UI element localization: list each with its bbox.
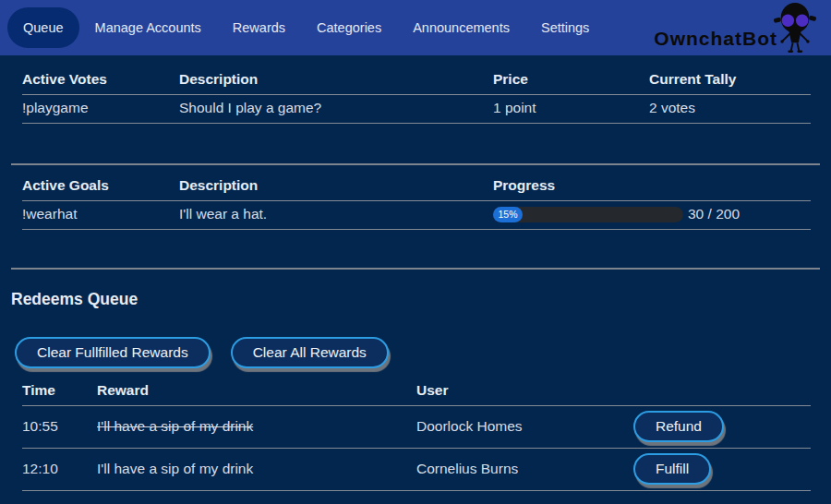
goals-header-description: Description <box>179 174 493 201</box>
vote-command: !playgame <box>22 95 179 124</box>
votes-header-description: Description <box>179 67 493 95</box>
redeem-action-cell: Fulfill <box>633 449 811 491</box>
top-navbar: Queue Manage Accounts Rewards Categories… <box>0 0 831 55</box>
votes-header-command: Active Votes <box>22 67 179 95</box>
goal-progress: 15% 30 / 200 <box>493 206 811 222</box>
redeem-user: Cornelius Burns <box>416 449 633 491</box>
redeem-user: Doorlock Homes <box>416 406 633 449</box>
redeems-header-row: Time Reward User <box>22 378 811 406</box>
progress-percent-badge: 15% <box>498 209 517 220</box>
goal-description: I'll wear a hat. <box>179 201 493 230</box>
queue-page: Active Votes Description Price Current T… <box>0 67 831 491</box>
redeem-time: 10:55 <box>22 406 97 449</box>
vote-row: !playgame Should I play a game? 1 point … <box>22 95 811 124</box>
redeems-header-time: Time <box>22 378 97 406</box>
votes-header-tally: Current Tally <box>649 67 811 95</box>
nav-tabs: Queue Manage Accounts Rewards Categories… <box>7 7 605 48</box>
progress-bar-fill: 15% <box>493 207 523 222</box>
redeem-reward: I'll have a sip of my drink <box>97 406 416 449</box>
votes-header-row: Active Votes Description Price Current T… <box>22 67 811 95</box>
tab-settings[interactable]: Settings <box>525 7 605 48</box>
vote-price: 1 point <box>493 95 649 124</box>
votes-header-price: Price <box>493 67 649 95</box>
redeems-header-user: User <box>416 378 633 406</box>
tab-categories[interactable]: Categories <box>301 7 397 48</box>
section-divider <box>11 163 820 165</box>
section-divider <box>11 268 820 270</box>
vote-tally: 2 votes <box>649 95 811 124</box>
redeem-reward: I'll have a sip of my drink <box>97 449 416 491</box>
tab-rewards[interactable]: Rewards <box>217 7 301 48</box>
clear-fulfilled-rewards-button[interactable]: Clear Fullfilled Rewards <box>15 337 211 368</box>
fulfill-button[interactable]: Fulfill <box>633 453 711 485</box>
refund-button[interactable]: Refund <box>633 411 724 442</box>
redeem-row: 10:55 I'll have a sip of my drink Doorlo… <box>22 406 811 449</box>
tab-announcements[interactable]: Announcements <box>397 7 525 48</box>
goal-row: !wearhat I'll wear a hat. 15% 30 / 200 <box>22 201 811 230</box>
logo: OwnchatBot <box>654 0 818 55</box>
goals-header-progress: Progress <box>493 174 811 201</box>
redeems-header-action <box>633 378 811 406</box>
robot-icon <box>772 1 818 54</box>
redeems-queue-title: Redeems Queue <box>11 290 820 309</box>
redeems-actions: Clear Fullfilled Rewards Clear All Rewar… <box>15 337 820 368</box>
goal-progress-cell: 15% 30 / 200 <box>493 201 811 230</box>
vote-description: Should I play a game? <box>179 95 493 124</box>
progress-count-label: 30 / 200 <box>688 206 740 222</box>
goals-header-row: Active Goals Description Progress <box>22 174 811 201</box>
tab-manage-accounts[interactable]: Manage Accounts <box>79 7 217 48</box>
redeem-time: 12:10 <box>22 449 97 491</box>
tab-queue[interactable]: Queue <box>7 7 79 48</box>
redeems-header-reward: Reward <box>97 378 416 406</box>
active-goals-table: Active Goals Description Progress !wearh… <box>22 174 811 230</box>
goals-header-command: Active Goals <box>22 174 179 201</box>
logo-text: OwnchatBot <box>654 28 777 50</box>
redeem-action-cell: Refund <box>633 406 811 449</box>
redeem-row: 12:10 I'll have a sip of my drink Cornel… <box>22 449 811 491</box>
progress-bar-track: 15% <box>493 207 683 222</box>
active-votes-table: Active Votes Description Price Current T… <box>22 67 811 124</box>
redeems-table: Time Reward User 10:55 I'll have a sip o… <box>22 378 811 491</box>
goal-command: !wearhat <box>22 201 179 230</box>
clear-all-rewards-button[interactable]: Clear All Rewards <box>231 337 389 368</box>
